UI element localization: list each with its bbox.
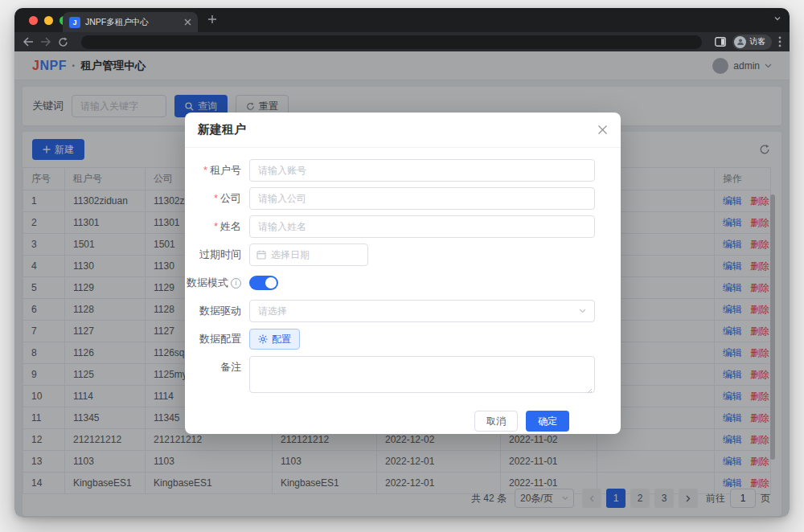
company-input[interactable] [249,187,595,210]
form-row-data-config: 数据配置 配置 [185,328,595,350]
modal-body: *租户号 *公司 *姓名 过期时间 选择日期 [185,148,621,432]
select-chevron-icon [579,309,586,313]
refresh-icon[interactable] [58,37,68,47]
data-config-button[interactable]: 配置 [249,329,300,350]
traffic-light-minimize-button[interactable] [44,16,53,25]
modal-footer: 取消 确定 [185,411,569,432]
form-row-name: *姓名 [185,215,595,238]
company-label: 公司 [220,187,241,210]
create-tenant-modal: 新建租户 *租户号 *公司 *姓名 过期时间 [185,113,621,434]
data-driver-label: 数据驱动 [199,300,241,322]
remark-label: 备注 [220,356,241,379]
resize-handle-icon[interactable] [587,388,593,394]
info-icon: i [231,278,241,289]
data-config-button-label: 配置 [272,333,291,346]
cancel-button[interactable]: 取消 [474,411,518,432]
form-row-data-mode: 数据模式 i [185,272,595,294]
traffic-light-close-button[interactable] [29,16,38,25]
data-mode-toggle[interactable] [249,276,278,290]
browser-tab-strip: J JNPF多租户中心 [14,8,790,32]
tab-search-chevron-icon[interactable] [773,14,781,23]
tab-close-icon[interactable] [184,18,191,26]
required-mark: * [203,159,207,182]
address-bar[interactable] [81,35,702,49]
form-row-company: *公司 [185,187,595,210]
data-mode-label: 数据模式 [187,272,228,294]
expire-date-picker[interactable]: 选择日期 [249,243,368,266]
name-label: 姓名 [220,215,241,238]
browser-profile-badge[interactable]: 访客 [732,35,772,50]
calendar-icon [256,250,266,260]
form-row-tenant: *租户号 [185,159,595,182]
tenant-label: 租户号 [210,159,241,182]
form-row-expire: 过期时间 选择日期 [185,243,595,266]
browser-toolbar: 访客 [14,32,790,51]
profile-badge-label: 访客 [749,36,765,47]
data-driver-placeholder: 请选择 [258,305,579,318]
remark-textarea[interactable] [249,356,595,393]
expire-label: 过期时间 [199,243,241,266]
expire-placeholder: 选择日期 [271,248,310,262]
kebab-menu-icon[interactable] [778,36,781,47]
back-icon[interactable] [23,37,34,47]
required-mark: * [214,187,218,210]
browser-tab[interactable]: J JNPF多租户中心 [63,12,198,32]
form-row-remark: 备注 [185,356,595,396]
form-row-data-driver: 数据驱动 请选择 [185,300,595,322]
confirm-button[interactable]: 确定 [526,411,569,432]
tab-title: JNPF多租户中心 [85,17,179,28]
data-driver-select[interactable]: 请选择 [249,300,595,322]
browser-window: J JNPF多租户中心 访客 JNPF · 租户管理中心 [14,8,790,518]
new-tab-button[interactable] [207,14,217,24]
side-panel-icon[interactable] [715,37,726,47]
gear-icon [258,334,268,344]
close-icon[interactable] [597,125,608,135]
modal-title: 新建租户 [198,122,246,137]
forward-icon[interactable] [40,37,51,47]
required-mark: * [214,215,218,238]
user-avatar-icon [734,36,746,48]
data-config-label: 数据配置 [199,328,241,350]
modal-header: 新建租户 [185,113,621,148]
name-input[interactable] [249,215,595,238]
app-page: JNPF · 租户管理中心 admin 关键词 查询 重置 [14,51,790,518]
tab-favicon-icon: J [69,17,80,28]
tenant-input[interactable] [249,159,595,182]
